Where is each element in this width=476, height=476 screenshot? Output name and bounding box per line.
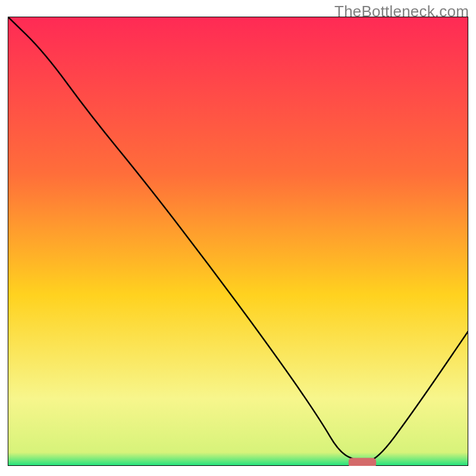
chart-svg <box>8 17 468 466</box>
chart-frame: TheBottleneck.com <box>0 0 476 476</box>
gradient-background <box>8 17 468 466</box>
plot-area <box>8 17 468 466</box>
optimal-marker <box>349 458 376 466</box>
